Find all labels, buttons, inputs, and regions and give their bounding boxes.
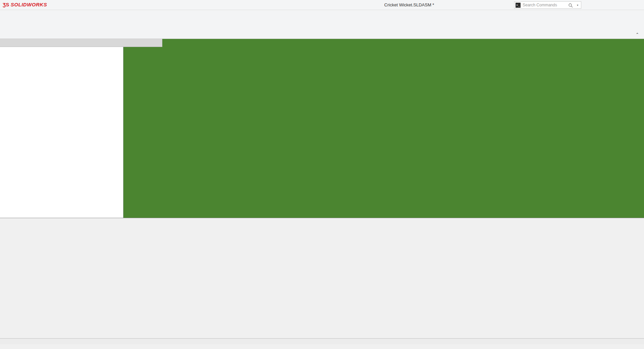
viewport-3d[interactable] bbox=[123, 39, 644, 218]
search-terminal-icon: >_ bbox=[516, 3, 521, 8]
ribbon-collapse-icon[interactable]: ⌃ bbox=[636, 32, 639, 37]
ribbon-tab-strip bbox=[0, 39, 162, 47]
search-placeholder: Search Commands bbox=[523, 3, 557, 7]
search-icon[interactable] bbox=[568, 3, 573, 8]
search-dropdown-icon[interactable]: ▾ bbox=[577, 4, 578, 7]
ribbon bbox=[0, 10, 644, 39]
configuration-tab-bar bbox=[0, 338, 644, 344]
search-input[interactable]: >_ Search Commands ▾ bbox=[514, 1, 581, 9]
window-title: Cricket Wicket.SLDASM * bbox=[369, 0, 449, 10]
title-bar: ƷS SOLIDWORKS Cricket Wicket.SLDASM * >_… bbox=[0, 0, 644, 10]
status-bar bbox=[0, 344, 644, 349]
feature-manager-panel bbox=[0, 47, 123, 218]
solidworks-logo: ƷS SOLIDWORKS bbox=[3, 2, 47, 7]
motion-manager-panel bbox=[0, 218, 644, 338]
